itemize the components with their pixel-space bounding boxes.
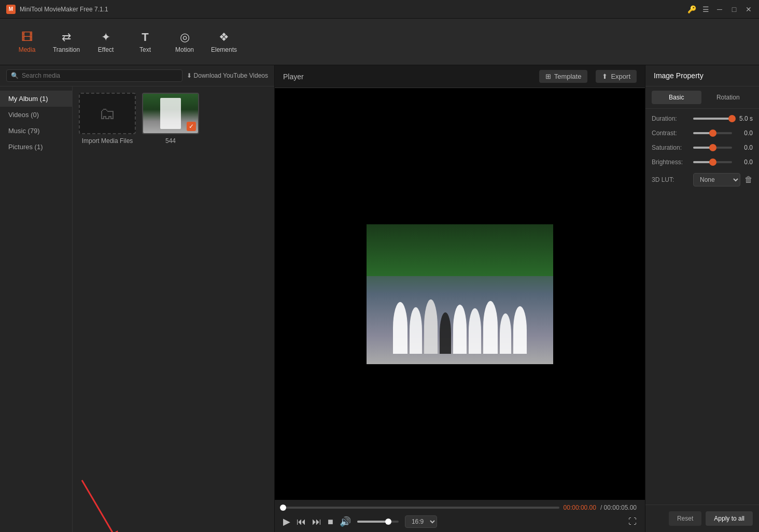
- toolbar-text-label: Text: [139, 46, 151, 53]
- toolbar-elements[interactable]: ❖ Elements: [205, 23, 243, 61]
- contrast-label: Contrast:: [652, 130, 689, 137]
- tab-basic[interactable]: Basic: [652, 91, 701, 104]
- media-544-label: 544: [165, 137, 176, 145]
- toolbar-media-label: Media: [19, 46, 36, 53]
- sidebar-item-my-album[interactable]: My Album (1): [0, 91, 72, 107]
- media-grid: 🗂 Import Media Files ✓ 544: [73, 87, 274, 532]
- player-controls: 00:00:00.00 / 00:00:05.00 ▶ ⏮ ⏭ ■ 🔊 16:9…: [275, 500, 645, 532]
- player-video-container: [335, 224, 584, 364]
- menu-icon[interactable]: ☰: [702, 5, 709, 13]
- maximize-button[interactable]: □: [730, 5, 738, 13]
- current-time: 00:00:00.00: [564, 504, 596, 511]
- toolbar-text[interactable]: T Text: [126, 23, 164, 61]
- import-media-item[interactable]: 🗂 Import Media Files: [79, 93, 136, 145]
- progress-thumb: [280, 505, 286, 511]
- export-icon: ⬆: [602, 73, 608, 80]
- player-area: Player ⊞ Template ⬆ Export: [275, 65, 645, 532]
- minimize-button[interactable]: ─: [715, 5, 724, 13]
- sidebar-search-bar: 🔍 ⬇ Download YouTube Videos: [0, 65, 274, 87]
- sidebar-item-pictures[interactable]: Pictures (1): [0, 139, 72, 155]
- app-title: MiniTool MovieMaker Free 7.1.1: [20, 6, 108, 13]
- contrast-value: 0.0: [736, 130, 753, 137]
- brightness-value: 0.0: [736, 159, 753, 166]
- media-item-544[interactable]: ✓ 544: [142, 93, 199, 145]
- toolbar-transition[interactable]: ⇄ Transition: [48, 23, 85, 61]
- controls-row: ▶ ⏮ ⏭ ■ 🔊 16:9 ⛶: [283, 515, 637, 528]
- sidebar-item-music[interactable]: Music (79): [0, 123, 72, 139]
- media-thumb-544: ✓: [142, 93, 199, 134]
- brightness-slider[interactable]: [693, 161, 732, 163]
- player-header: Player ⊞ Template ⬆ Export: [275, 65, 645, 88]
- play-button[interactable]: ▶: [283, 516, 290, 527]
- lut-select[interactable]: None: [693, 173, 740, 186]
- tab-rotation[interactable]: Rotation: [704, 91, 753, 104]
- progress-track[interactable]: [283, 507, 559, 509]
- prev-frame-button[interactable]: ⏮: [297, 516, 306, 527]
- main-layout: 🔍 ⬇ Download YouTube Videos My Album (1)…: [0, 65, 759, 532]
- contrast-slider[interactable]: [693, 132, 732, 134]
- property-rows: Duration: 5.0 s Contrast: 0.0 Saturation…: [645, 109, 759, 193]
- close-button[interactable]: ✕: [744, 5, 753, 13]
- toolbar-effect-label: Effect: [98, 46, 114, 53]
- fullscreen-button[interactable]: ⛶: [628, 517, 637, 526]
- search-input[interactable]: [22, 72, 178, 79]
- search-media-container[interactable]: 🔍: [6, 69, 182, 82]
- aspect-ratio-select[interactable]: 16:9: [405, 515, 437, 528]
- template-icon: ⊞: [545, 73, 551, 80]
- reset-button[interactable]: Reset: [669, 511, 701, 526]
- toolbar-effect[interactable]: ✦ Effect: [87, 23, 124, 61]
- volume-button[interactable]: 🔊: [340, 516, 351, 527]
- property-tabs: Basic Rotation: [645, 87, 759, 109]
- export-label: Export: [611, 73, 630, 80]
- total-time: / 00:00:05.00: [600, 504, 637, 511]
- download-youtube-button[interactable]: ⬇ Download YouTube Videos: [187, 72, 268, 79]
- duration-slider[interactable]: [693, 118, 732, 120]
- contrast-row: Contrast: 0.0: [652, 130, 753, 137]
- lut-delete-button[interactable]: 🗑: [744, 175, 753, 184]
- titlebar-right: 🔑 ☰ ─ □ ✕: [687, 5, 753, 13]
- search-icon: 🔍: [11, 72, 19, 79]
- brightness-row: Brightness: 0.0: [652, 159, 753, 166]
- image-property-title: Image Property: [654, 71, 704, 80]
- saturation-slider[interactable]: [693, 147, 732, 149]
- toolbar: 🎞 Media ⇄ Transition ✦ Effect T Text ◎ M…: [0, 19, 759, 65]
- duration-row: Duration: 5.0 s: [652, 115, 753, 122]
- download-label: Download YouTube Videos: [194, 72, 268, 79]
- player-screen: [275, 88, 645, 500]
- transition-icon: ⇄: [62, 31, 71, 44]
- export-button[interactable]: ⬆ Export: [596, 70, 637, 83]
- toolbar-media[interactable]: 🎞 Media: [8, 23, 46, 61]
- effect-icon: ✦: [101, 31, 110, 44]
- image-property-header: Image Property: [645, 65, 759, 87]
- titlebar-left: M MiniTool MovieMaker Free 7.1.1: [6, 5, 108, 14]
- volume-track[interactable]: [357, 521, 399, 523]
- saturation-label: Saturation:: [652, 144, 689, 151]
- next-frame-button[interactable]: ⏭: [312, 516, 321, 527]
- apply-all-button[interactable]: Apply to all: [706, 511, 753, 526]
- player-title: Player: [283, 73, 304, 81]
- toolbar-motion-label: Motion: [175, 46, 194, 53]
- media-icon: 🎞: [21, 31, 33, 44]
- toolbar-motion[interactable]: ◎ Motion: [166, 23, 203, 61]
- template-button[interactable]: ⊞ Template: [539, 70, 588, 83]
- motion-icon: ◎: [180, 31, 190, 44]
- lut-label: 3D LUT:: [652, 176, 689, 183]
- toolbar-transition-label: Transition: [53, 46, 80, 53]
- sidebar-item-videos[interactable]: Videos (0): [0, 107, 72, 123]
- download-icon: ⬇: [187, 72, 192, 79]
- property-footer: Reset Apply to all: [645, 505, 759, 532]
- template-label: Template: [554, 73, 582, 80]
- duration-label: Duration:: [652, 115, 689, 122]
- elements-icon: ❖: [219, 31, 229, 44]
- sidebar-content: My Album (1) Videos (0) Music (79) Pictu…: [0, 87, 274, 532]
- progress-bar-container: 00:00:00.00 / 00:00:05.00: [283, 504, 637, 511]
- brightness-label: Brightness:: [652, 159, 689, 166]
- import-thumb: 🗂: [79, 93, 136, 134]
- stop-button[interactable]: ■: [328, 516, 333, 527]
- media-checked-icon: ✓: [187, 122, 196, 131]
- sidebar-nav: My Album (1) Videos (0) Music (79) Pictu…: [0, 87, 73, 532]
- app-logo: M: [6, 5, 16, 14]
- sidebar: 🔍 ⬇ Download YouTube Videos My Album (1)…: [0, 65, 275, 532]
- key-icon[interactable]: 🔑: [687, 5, 696, 13]
- folder-icon: 🗂: [99, 104, 116, 123]
